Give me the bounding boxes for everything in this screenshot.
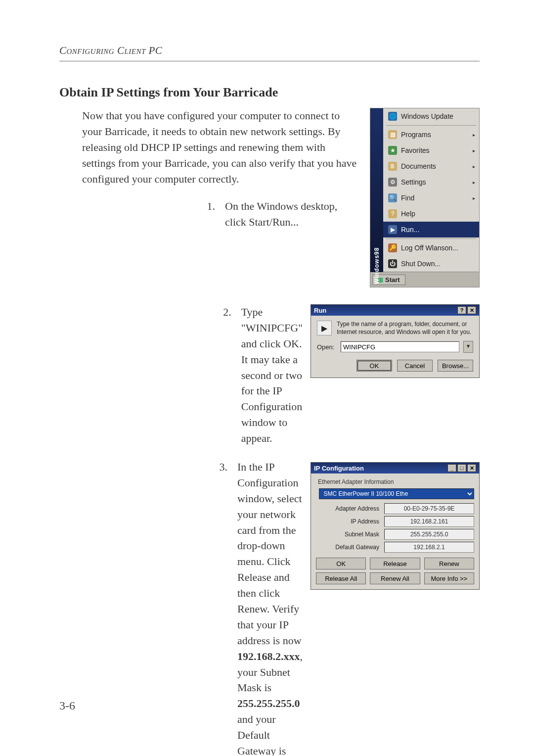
start-item-logoff[interactable]: 🔑 Log Off Wlanson... [383,240,479,256]
start-menu-items: 🌐 Windows Update ▦ Programs ▸ ★ Favorite… [383,108,479,272]
programs-icon: ▦ [388,130,397,139]
submenu-arrow-icon: ▸ [473,180,475,185]
submenu-arrow-icon: ▸ [473,148,475,153]
start-item-label: Run... [401,226,419,234]
start-item-label: Help [401,210,415,218]
ipcfg-row-ip-address: IP Address 192.168.2.161 [316,516,474,527]
start-item-shutdown[interactable]: ⏻ Shut Down... [383,256,479,272]
ipcfg-row-value: 255.255.255.0 [384,529,474,540]
page-number: 3-6 [59,699,75,712]
step-3-text: In the IP Configuration window, select y… [237,459,303,756]
ipcfg-adapter-select[interactable]: SMC EtherPower II 10/100 Ethe [319,488,474,499]
ipcfg-ok-button[interactable]: OK [316,558,366,569]
submenu-arrow-icon: ▸ [473,164,475,169]
find-icon: 🔍 [388,193,397,202]
start-item-label: Find [401,194,414,202]
submenu-arrow-icon: ▸ [473,195,475,201]
ipcfg-more-info-button[interactable]: More Info >> [424,572,474,584]
ipcfg-row-label: Adapter Address [316,505,384,512]
run-dialog-screenshot: Run ? ✕ ▶ Type the name of a program, fo… [311,304,480,378]
run-cancel-button[interactable]: Cancel [397,360,433,372]
favorites-icon: ★ [388,146,397,155]
ipcfg-row-value: 192.168.2.161 [384,516,474,527]
logoff-icon: 🔑 [388,243,397,252]
help-icon: ? [388,209,397,218]
start-item-label: Settings [401,178,426,186]
start-item-programs[interactable]: ▦ Programs ▸ [383,127,479,142]
ipcfg-release-all-button[interactable]: Release All [316,572,366,584]
ipcfg-row-label: IP Address [316,518,384,525]
run-dialog-title: Run [314,307,326,314]
run-dialog-icon: ▶ [317,321,332,335]
step-number: 1. [82,198,215,230]
running-head: Configuring Client PC [59,45,480,57]
help-window-button[interactable]: ? [457,306,466,314]
start-item-label: Programs [401,131,431,139]
close-window-button[interactable]: ✕ [467,464,476,472]
start-item-find[interactable]: 🔍 Find ▸ [383,190,479,206]
start-item-run[interactable]: ▶ Run... [383,222,479,237]
start-item-settings[interactable]: ⚙ Settings ▸ [383,174,479,190]
ipcfg-row-label: Subnet Mask [316,531,384,538]
menu-separator [386,125,476,126]
start-menu-sidebar: Windows98 [370,108,383,272]
start-item-label: Favorites [401,146,430,154]
step-1-text: On the Windows desktop, click Start/Run.… [225,198,358,230]
minimize-window-button[interactable]: _ [447,464,456,472]
ipcfg-title: IP Configuration [314,465,364,472]
submenu-arrow-icon: ▸ [473,132,475,138]
taskbar: Start [370,272,479,287]
run-icon: ▶ [388,225,397,234]
start-item-label: Shut Down... [401,260,441,268]
maximize-window-button[interactable]: □ [457,464,466,472]
ipcfg-row-label: Default Gateway [316,544,384,551]
documents-icon: 🗎 [388,162,397,171]
ipcfg-group-label: Ethernet Adapter Information [318,478,474,485]
settings-icon: ⚙ [388,178,397,187]
ipcfg-row-default-gateway: Default Gateway 192.168.2.1 [316,542,474,553]
run-dialog-description: Type the name of a program, folder, docu… [337,321,473,336]
start-item-label: Log Off Wlanson... [401,244,458,252]
start-button-label: Start [385,276,400,284]
run-browse-button[interactable]: Browse... [438,360,473,372]
step-number: 2. [82,304,231,446]
horizontal-rule [59,61,480,61]
start-item-windows-update[interactable]: 🌐 Windows Update [383,108,479,124]
start-item-favorites[interactable]: ★ Favorites ▸ [383,142,479,158]
start-item-documents[interactable]: 🗎 Documents ▸ [383,158,479,174]
intro-paragraph: Now that you have configured your comput… [82,108,358,187]
step-2-text: Type "WINIPCFG" and click OK. It may tak… [241,304,303,446]
run-open-input[interactable] [341,341,459,352]
ipcfg-row-value: 00-E0-29-75-35-9E [384,503,474,514]
ipcfg-renew-all-button[interactable]: Renew All [370,572,420,584]
start-menu-screenshot: Windows98 🌐 Windows Update ▦ Programs ▸ … [370,108,480,287]
run-ok-button[interactable]: OK [356,360,392,372]
ipcfg-titlebar: IP Configuration _ □ ✕ [311,463,479,473]
run-dialog-titlebar: Run ? ✕ [311,305,479,316]
close-window-button[interactable]: ✕ [467,306,476,314]
ipcfg-row-adapter-address: Adapter Address 00-E0-29-75-35-9E [316,503,474,514]
ipcfg-release-button[interactable]: Release [370,558,420,569]
step-number: 3. [82,459,227,756]
ip-configuration-screenshot: IP Configuration _ □ ✕ Ethernet Adapter … [311,462,480,590]
menu-separator [386,238,476,239]
ipcfg-row-value: 192.168.2.1 [384,542,474,553]
shutdown-icon: ⏻ [388,259,397,268]
start-item-label: Windows Update [401,112,453,120]
start-item-help[interactable]: ? Help [383,206,479,222]
ipcfg-row-subnet-mask: Subnet Mask 255.255.255.0 [316,529,474,540]
page-heading: Obtain IP Settings from Your Barricade [59,85,480,100]
run-open-label: Open: [317,343,337,351]
run-open-dropdown[interactable]: ▼ [463,341,473,353]
globe-icon: 🌐 [388,112,397,121]
start-menu-os-label: Windows98 [373,247,380,284]
ipcfg-renew-button[interactable]: Renew [424,558,474,569]
start-item-label: Documents [401,162,436,170]
